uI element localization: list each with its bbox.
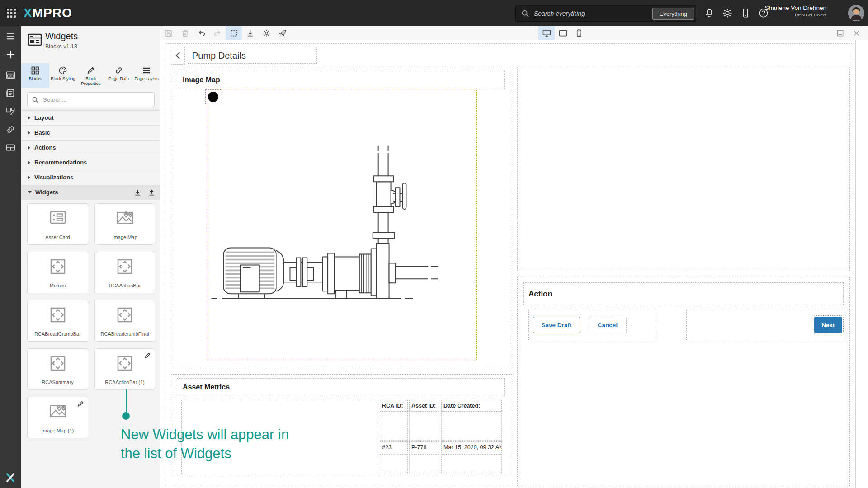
global-search: Everything [515,5,696,22]
page-title-block[interactable]: Pump Details [188,47,317,64]
widgets-module-icon [28,33,42,46]
save-icon[interactable] [160,26,177,40]
export-widget-icon[interactable] [148,189,155,196]
download-icon[interactable] [242,26,258,40]
annotation-pointer-dot [122,412,130,420]
preview-tablet-icon[interactable] [555,26,571,40]
widget-card-image-map-1[interactable]: Image Map (1) [27,397,88,438]
action-block[interactable]: Action Save Draft Cancel Next [517,277,850,486]
import-widget-icon[interactable] [134,189,141,196]
image-map-icon [95,211,155,224]
global-search-input[interactable] [533,9,651,18]
undo-icon[interactable] [193,26,209,40]
close-designer-icon[interactable] [848,26,864,40]
widget-card-asset-card[interactable]: Asset Card [27,203,88,245]
section-actions[interactable]: Actions [21,140,160,155]
select-marquee-icon[interactable] [226,26,242,40]
user-name: Sharlene Von Drehnen [764,5,826,11]
user-menu[interactable]: Sharlene Von Drehnen DESIGN USER [764,5,826,17]
preview-mobile-icon[interactable] [571,26,587,40]
action-left-button-group: Save Draft Cancel [528,310,656,340]
tab-page-layers[interactable]: Page Layers [132,63,160,88]
rail-blocks-icon[interactable] [6,107,15,116]
image-map-icon [28,404,88,418]
xmpro-x-logo [5,473,15,483]
image-map-block[interactable]: Image Map [171,67,512,368]
cancel-button[interactable]: Cancel [589,317,627,333]
search-scope-button[interactable]: Everything [652,8,694,20]
page-canvas: Pump Details Image Map [161,40,856,488]
tab-blocks[interactable]: Blocks [21,63,49,88]
cell-value: #23 [380,441,408,453]
annotation-text: New Widgets will appear in the list of W… [121,425,289,463]
panel-tabs: Blocks Block Styling Block Properties [21,63,160,88]
table-column-date-created: Date Created: Mar 15, 2020, 09:32 AM [441,398,502,475]
rail-cards-icon[interactable] [6,143,15,152]
widget-card-rcabreadcrumbfinal[interactable]: RCABreadcrumbFinal [94,300,155,342]
widget-card-rcaactionbar-1[interactable]: RCAActionBar (1) [94,348,155,390]
widget-card-rcaactionbar[interactable]: RCAActionBar [94,252,155,293]
search-icon [521,9,529,18]
xmpro-app-designer: XMPRO Everything [0,0,868,488]
page-title: Pump Details [192,51,246,61]
section-recommendations[interactable]: Recommendations [21,155,160,170]
mobile-device-icon[interactable] [741,8,750,18]
panel-search-input[interactable] [42,96,154,103]
blocks-grid-icon [31,66,39,75]
section-widgets[interactable]: Widgets [21,185,160,200]
panel-subtitle: Blocks v1.13 [45,43,77,50]
palette-icon [59,66,67,75]
tab-block-styling[interactable]: Block Styling [49,63,77,88]
tab-page-data[interactable]: Page Data [105,63,133,88]
empty-content-block[interactable] [517,67,850,271]
widget-card-rcabreadcrumbbar[interactable]: RCABreadCrumbBar [27,300,88,342]
notifications-bell-icon[interactable] [704,8,714,18]
user-avatar[interactable] [848,5,864,21]
toggle-panel-icon[interactable] [832,26,848,40]
rail-forms-icon[interactable] [6,89,15,98]
widget-card-image-map[interactable]: Image Map [94,203,155,245]
save-draft-button[interactable]: Save Draft [533,317,580,333]
caret-right-icon [28,146,30,150]
generic-widget-icon [95,307,155,323]
section-basic[interactable]: Basic [21,125,160,140]
delete-trash-icon[interactable] [177,26,193,40]
panel-title: Widgets [45,31,78,42]
section-visualizations[interactable]: Visualizations [21,170,160,185]
app-launcher-icon[interactable] [6,8,17,19]
settings-gear-icon[interactable] [722,8,732,18]
generic-widget-icon [28,356,88,371]
user-role: DESIGN USER [764,12,826,17]
rail-connections-icon[interactable] [6,125,15,134]
tab-block-properties[interactable]: Block Properties [77,63,105,88]
chevron-left-icon [175,52,180,60]
page-settings-gear-icon[interactable] [258,26,274,40]
image-map-area[interactable] [207,90,477,360]
column-header: Date Created: [441,400,502,412]
section-layout[interactable]: Layout [21,110,160,125]
column-header: RCA ID: [380,400,408,412]
rail-pages-icon[interactable] [6,70,15,80]
action-block-title: Action [523,282,844,305]
block-sections: Layout Basic Actions Recommendations Vis… [21,110,160,200]
rail-add-icon[interactable] [6,50,15,59]
layers-icon [142,66,151,75]
generic-widget-icon [28,307,88,323]
redo-icon[interactable] [209,26,226,40]
back-button[interactable] [171,47,185,65]
preview-desktop-icon[interactable] [538,26,555,40]
panel-search [27,92,155,107]
rail-menu-icon[interactable] [6,32,15,41]
cell-value: Mar 15, 2020, 09:32 AM [441,441,502,453]
hotspot-marker[interactable] [208,92,218,102]
publish-rocket-icon[interactable] [274,26,291,40]
image-map-block-title: Image Map [177,71,505,89]
widget-card-metrics[interactable]: Metrics [27,252,88,293]
next-button[interactable]: Next [814,317,842,333]
top-bar: XMPRO Everything [0,0,868,26]
generic-widget-icon [95,259,155,274]
widget-card-rcasummary[interactable]: RCASummary [27,348,88,390]
caret-right-icon [28,131,30,135]
pump-illustration [207,90,476,315]
caret-right-icon [28,116,30,120]
